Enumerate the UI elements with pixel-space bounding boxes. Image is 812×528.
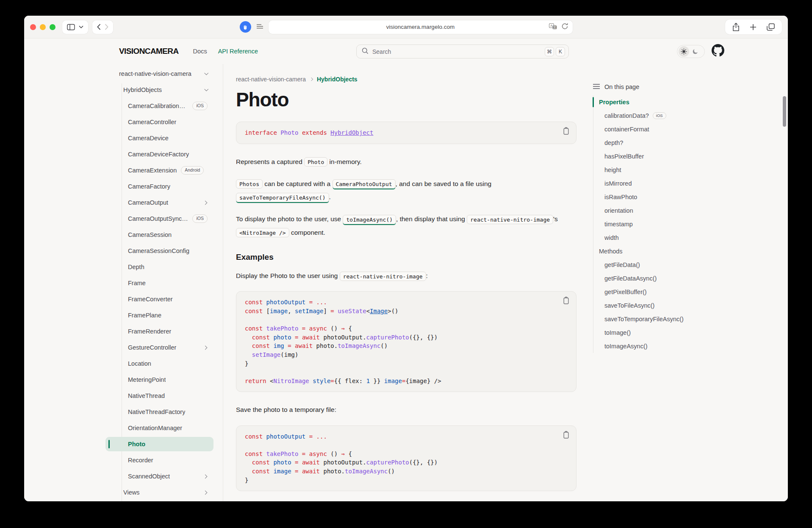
sidebar-item-depth[interactable]: Depth	[119, 259, 208, 275]
sidebar-item-cameraoutputsynchro[interactable]: CameraOutputSynchro…iOS	[119, 211, 208, 227]
toc-item-label: hasPixelBuffer	[604, 153, 644, 160]
github-icon[interactable]	[712, 44, 724, 58]
breadcrumb-parent[interactable]: react-native-vision-camera	[236, 76, 306, 83]
toc-item-getpixelbuffer[interactable]: getPixelBuffer()	[593, 285, 788, 299]
sidebar-item-label: Location	[128, 360, 151, 367]
sidebar-item-hybridobjects[interactable]: HybridObjects	[119, 82, 208, 98]
sidebar-item-label: Photo	[128, 441, 145, 447]
chevron-down-icon	[204, 87, 208, 91]
toc-item-getfiledata[interactable]: getFileData()	[593, 258, 788, 272]
back-button[interactable]	[97, 24, 101, 30]
code-line: const takePhoto = async () ⇒ {	[245, 450, 568, 459]
inline-code: react-native-nitro-image	[340, 272, 426, 281]
sidebar-item-label: NativeThreadFactory	[128, 409, 185, 415]
content-blocker-icon[interactable]	[240, 21, 251, 33]
sidebar-item-cameracontroller[interactable]: CameraController	[119, 114, 208, 130]
sidebar-item-views[interactable]: Views	[119, 484, 208, 500]
sidebar-item-cameraoutput[interactable]: CameraOutput	[119, 195, 208, 211]
reload-icon[interactable]	[562, 23, 568, 31]
toc-item-toimageasync[interactable]: toImageAsync()	[593, 339, 788, 353]
sidebar-item-frameconverter[interactable]: FrameConverter	[119, 291, 208, 307]
sidebar-item-cameradevice[interactable]: CameraDevice	[119, 130, 208, 146]
copy-code-icon[interactable]	[563, 297, 570, 306]
site-header: VISIONCAMERA Docs API Reference Search ⌘…	[24, 39, 788, 64]
chevron-down-icon[interactable]	[79, 25, 83, 28]
toc-section-properties[interactable]: Properties	[593, 95, 788, 109]
browser-sidebar-icon[interactable]	[67, 24, 75, 31]
dark-mode-moon-icon[interactable]	[690, 46, 701, 57]
forward-button[interactable]	[105, 24, 108, 30]
sidebar-item-scannedobject[interactable]: ScannedObject	[119, 468, 208, 484]
toc-item-getfiledataasync[interactable]: getFileDataAsync()	[593, 272, 788, 285]
minimize-window-button[interactable]	[40, 24, 46, 30]
copy-code-icon[interactable]	[563, 127, 570, 136]
toc-item-depth[interactable]: depth?	[593, 136, 788, 150]
page-scrollbar[interactable]	[783, 96, 786, 127]
sidebar-item-gesturecontroller[interactable]: GestureController	[119, 339, 208, 356]
toc-section-methods[interactable]: Methods	[593, 245, 788, 258]
new-tab-icon[interactable]	[750, 24, 757, 31]
toc-item-toimage[interactable]: toImage()	[593, 326, 788, 339]
toc-item-haspixelbuffer[interactable]: hasPixelBuffer	[593, 150, 788, 163]
sidebar-item-label: OrientationManager	[128, 425, 182, 431]
translate-icon[interactable]: A文	[549, 23, 557, 31]
chevron-right-icon	[203, 490, 208, 495]
toc-item-savetotemporaryfileasync[interactable]: saveToTemporaryFileAsync()	[593, 312, 788, 326]
reader-view-icon[interactable]	[256, 24, 263, 30]
sidebar-item-camerafactory[interactable]: CameraFactory	[119, 178, 208, 195]
sidebar-item-cameradevicefactory[interactable]: CameraDeviceFactory	[119, 146, 208, 162]
sidebar-item-location[interactable]: Location	[119, 356, 208, 372]
sidebar-item-recorder[interactable]: Recorder	[119, 452, 208, 468]
search-input[interactable]: Search ⌘ K	[356, 44, 569, 58]
sidebar-item-label: MeteringPoint	[128, 376, 166, 383]
sidebar-item-frameplane[interactable]: FramePlane	[119, 307, 208, 323]
share-icon[interactable]	[732, 23, 740, 31]
toc-item-savetofileasync[interactable]: saveToFileAsync()	[593, 299, 788, 312]
page-title: Photo	[236, 88, 576, 111]
sidebar-item-frame[interactable]: Frame	[119, 275, 208, 291]
sidebar-item-meteringpoint[interactable]: MeteringPoint	[119, 372, 208, 388]
inline-code-link[interactable]: toImageAsync()	[343, 215, 396, 224]
sidebar-item-orientationmanager[interactable]: OrientationManager	[119, 420, 208, 436]
sidebar-item-label: Recorder	[128, 457, 153, 464]
tab-overview-icon[interactable]	[767, 23, 775, 31]
sidebar-item-framerenderer[interactable]: FrameRenderer	[119, 323, 208, 339]
sidebar-item-label: react-native-vision-camera	[119, 70, 191, 77]
sidebar-item-label: HybridObjects	[123, 86, 162, 93]
toc-item-timestamp[interactable]: timestamp	[593, 217, 788, 231]
sidebar-item-label: CameraSession	[128, 231, 172, 238]
close-window-button[interactable]	[30, 24, 36, 30]
toc-item-height[interactable]: height	[593, 163, 788, 177]
copy-code-icon[interactable]	[563, 431, 570, 440]
sidebar-item-cameraextension[interactable]: CameraExtensionAndroid	[119, 162, 208, 178]
sidebar-item-camerasessionconfig[interactable]: CameraSessionConfig	[119, 243, 208, 259]
code-line: const photo = await photoOutput.captureP…	[245, 333, 568, 342]
toc-item-israwphoto[interactable]: isRawPhoto	[593, 190, 788, 204]
interface-code-block: interface Photo extends HybridObject	[236, 122, 576, 144]
toc-item-calibrationdata[interactable]: calibrationData?iOS	[593, 109, 788, 122]
inline-code-link[interactable]: saveToTemporaryFileAsync()	[236, 193, 329, 202]
sidebar-item-label: CameraSessionConfig	[128, 247, 189, 254]
sidebar-item-nativethread[interactable]: NativeThread	[119, 388, 208, 404]
toc-item-orientation[interactable]: orientation	[593, 204, 788, 217]
visioncamera-logo[interactable]: VISIONCAMERA	[119, 47, 179, 56]
toc-item-ismirrored[interactable]: isMirrored	[593, 177, 788, 190]
sidebar-item-cameracalibrationdata[interactable]: CameraCalibrationDataiOS	[119, 98, 208, 114]
sidebar-item-label: CameraCalibrationData	[128, 103, 188, 109]
chevron-right-icon	[203, 200, 208, 205]
nav-api-reference[interactable]: API Reference	[218, 48, 258, 55]
inline-code-link[interactable]: CameraPhotoOutput	[333, 179, 396, 189]
toc-item-containerformat[interactable]: containerFormat	[593, 122, 788, 136]
toc-item-width[interactable]: width	[593, 231, 788, 245]
sidebar-item-camerasession[interactable]: CameraSession	[119, 227, 208, 243]
zoom-window-button[interactable]	[50, 24, 55, 30]
sidebar-item-label: ScannedObject	[128, 473, 170, 480]
platform-badge: iOS	[192, 214, 208, 223]
nav-docs[interactable]: Docs	[193, 48, 207, 55]
sidebar-item-react-native-vision-camera[interactable]: react-native-vision-camera	[119, 66, 208, 82]
sidebar-item-photo[interactable]: Photo	[119, 436, 208, 452]
address-bar[interactable]: visioncamera.margelo.com A文	[269, 20, 573, 34]
sidebar-item-nativethreadfactory[interactable]: NativeThreadFactory	[119, 404, 208, 420]
breadcrumb-current[interactable]: HybridObjects	[317, 76, 358, 83]
light-mode-sun-icon[interactable]	[679, 46, 689, 57]
